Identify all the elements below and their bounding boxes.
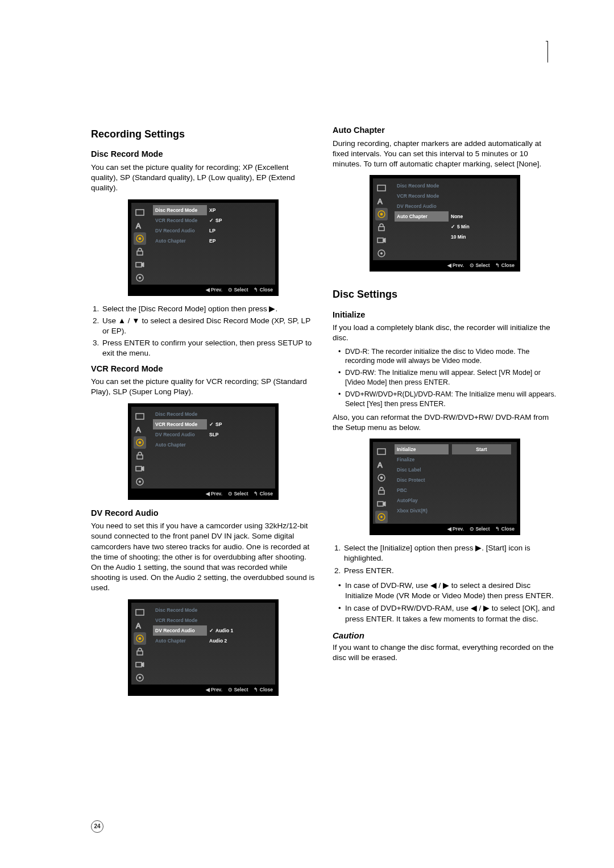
caution-heading: Caution — [333, 630, 557, 641]
opt-audio1[interactable]: Audio 1 — [207, 625, 273, 636]
record-icon — [134, 462, 146, 475]
svg-rect-28 — [379, 227, 384, 231]
svg-rect-13 — [136, 466, 142, 471]
opt-5min[interactable]: 5 Min — [449, 222, 515, 232]
menu-vcr-record[interactable]: VCR Record Mode — [153, 419, 207, 429]
step: Press ENTER to confirm your selection, t… — [101, 338, 316, 358]
language-icon: A — [134, 619, 146, 632]
osd-vcr-record-mode: A Disc Record Mode VCR Record Mode DV Re… — [128, 403, 279, 500]
menu-finalize[interactable]: Finalize — [395, 454, 449, 465]
opt-sp[interactable]: SP — [207, 215, 273, 226]
initialize-bullets: DVD-R: The recorder initialize the disc … — [338, 347, 557, 409]
subhead-vcr-record-mode: VCR Record Mode — [91, 364, 316, 375]
disc-icon — [375, 247, 388, 260]
svg-rect-8 — [136, 414, 144, 419]
menu-disc-protect[interactable]: Disc Protect — [395, 475, 449, 485]
bullet: DVD-RW: The Initialize menu will appear.… — [338, 368, 557, 387]
menu-auto-chapter[interactable]: Auto Chapter — [153, 440, 207, 450]
foot-select[interactable]: ⊙ Select — [470, 526, 489, 532]
svg-rect-0 — [136, 210, 144, 215]
opt-audio2[interactable]: Audio 2 — [207, 636, 273, 646]
menu-dv-audio[interactable]: DV Record Audio — [153, 625, 207, 636]
disc-icon — [134, 671, 146, 684]
svg-rect-36 — [379, 490, 384, 494]
menu-disc-record[interactable]: Disc Record Mode — [395, 181, 449, 191]
svg-point-23 — [139, 677, 141, 678]
menu-dv-audio[interactable]: DV Record Audio — [153, 429, 207, 440]
svg-text:A: A — [377, 197, 383, 206]
menu-dv-audio[interactable]: DV Record Audio — [153, 226, 207, 236]
menu-vcr-record[interactable]: VCR Record Mode — [395, 191, 449, 201]
menu-disc-record[interactable]: Disc Record Mode — [153, 605, 207, 615]
disc-icon — [375, 511, 388, 523]
opt-slp[interactable]: SLP — [207, 429, 273, 440]
menu-disc-record[interactable]: Disc Record Mode — [153, 409, 207, 419]
page-number: 24 — [91, 820, 103, 833]
osd-initialize: A Initialize Finalize Disc Label Disc Pr… — [370, 439, 520, 535]
lock-icon — [375, 221, 388, 233]
subhead-dv-record-audio: DV Record Audio — [91, 508, 316, 519]
svg-point-31 — [381, 253, 383, 254]
foot-close[interactable]: ↰ Close — [254, 491, 273, 497]
menu-auto-chapter[interactable]: Auto Chapter — [395, 211, 449, 222]
osd-disc-record-mode: A Disc Record Mode VCR Record Mode DV Re… — [128, 199, 279, 296]
svg-rect-5 — [136, 262, 142, 267]
foot-prev[interactable]: ◀ Prev. — [447, 526, 464, 532]
menu-initialize[interactable]: Initialize — [395, 444, 449, 454]
opt-lp[interactable]: LP — [207, 226, 273, 236]
menu-dv-audio[interactable]: DV Record Audio — [395, 201, 449, 211]
foot-select[interactable]: ⊙ Select — [228, 687, 248, 693]
menu-disc-record[interactable]: Disc Record Mode — [153, 205, 207, 215]
subhead-initialize: Initialize — [333, 310, 557, 321]
menu-disc-label[interactable]: Disc Label — [395, 465, 449, 475]
menu-auto-chapter[interactable]: Auto Chapter — [153, 636, 207, 646]
tv-icon — [375, 182, 388, 194]
opt-none[interactable]: None — [449, 211, 515, 222]
menu-pbc[interactable]: PBC — [395, 485, 449, 495]
svg-point-11 — [139, 441, 141, 444]
foot-close[interactable]: ↰ Close — [254, 287, 273, 293]
auto-chapter-intro: During recording, chapter markers are ad… — [333, 139, 557, 170]
menu-auto-chapter[interactable]: Auto Chapter — [153, 236, 207, 246]
language-icon: A — [375, 458, 388, 471]
opt-sp[interactable]: SP — [207, 419, 273, 429]
menu-autoplay[interactable]: AutoPlay — [395, 495, 449, 506]
disc-record-intro: You can set the picture quality for reco… — [91, 162, 316, 194]
language-icon: A — [134, 219, 146, 232]
svg-rect-37 — [377, 502, 383, 506]
subhead-disc-record-mode: Disc Record Mode — [91, 149, 316, 160]
foot-close[interactable]: ↰ Close — [254, 687, 273, 693]
opt-xp[interactable]: XP — [207, 205, 273, 215]
menu-xbox-divx[interactable]: Xbox DivX(R) — [395, 506, 449, 516]
svg-rect-32 — [377, 449, 385, 454]
heading-disc-settings: Disc Settings — [333, 287, 557, 301]
foot-prev[interactable]: ◀ Prev. — [206, 687, 223, 693]
menu-vcr-record[interactable]: VCR Record Mode — [153, 215, 207, 226]
foot-select[interactable]: ⊙ Select — [470, 262, 489, 269]
svg-point-35 — [380, 477, 383, 479]
start-button[interactable]: Start — [452, 444, 511, 454]
osd-dv-record-audio: A Disc Record Mode VCR Record Mode DV Re… — [128, 599, 279, 696]
step: Select the [Initialize] option then pres… — [343, 543, 557, 564]
foot-prev[interactable]: ◀ Prev. — [206, 491, 223, 497]
bullet: DVD+RW/DVD+R(DL)/DVD-RAM: The Initialize… — [338, 390, 557, 409]
step: Use ▲ / ▼ to select a desired Disc Recor… — [101, 316, 316, 336]
left-column: Recording Settings Disc Record Mode You … — [91, 125, 316, 704]
svg-text:A: A — [136, 222, 141, 230]
opt-ep[interactable]: EP — [207, 236, 273, 246]
foot-close[interactable]: ↰ Close — [495, 262, 515, 269]
foot-select[interactable]: ⊙ Select — [228, 287, 248, 293]
foot-prev[interactable]: ◀ Prev. — [206, 287, 223, 293]
crop-mark — [546, 41, 548, 62]
foot-close[interactable]: ↰ Close — [495, 526, 515, 532]
svg-text:A: A — [136, 621, 141, 630]
foot-select[interactable]: ⊙ Select — [228, 491, 248, 497]
menu-vcr-record[interactable]: VCR Record Mode — [153, 615, 207, 625]
record-icon — [134, 258, 146, 271]
audio-icon — [375, 471, 388, 484]
audio-icon — [134, 632, 146, 645]
foot-prev[interactable]: ◀ Prev. — [447, 262, 464, 269]
svg-rect-24 — [377, 185, 385, 191]
tv-icon — [134, 206, 146, 219]
opt-10min[interactable]: 10 Min — [449, 232, 515, 242]
